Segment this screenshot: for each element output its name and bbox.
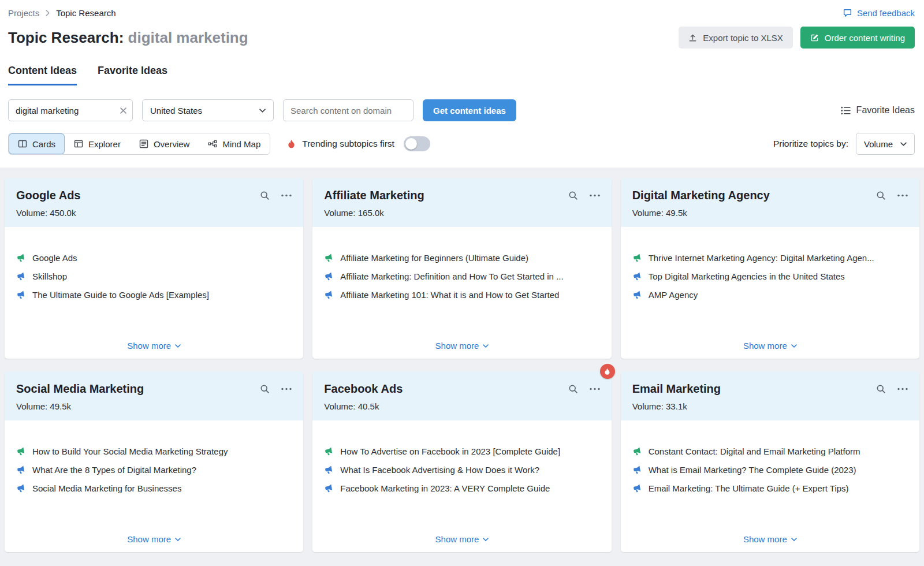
breadcrumb: Projects Topic Research <box>8 8 116 18</box>
megaphone-icon <box>16 466 25 475</box>
card-header: Google Ads Volume: 450.0k <box>5 178 303 227</box>
view-explorer[interactable]: Explorer <box>65 133 130 154</box>
idea-item[interactable]: Social Media Marketing for Businesses <box>16 483 292 493</box>
card-volume: Volume: 165.0k <box>324 208 599 218</box>
card-volume: Volume: 33.1k <box>632 401 908 411</box>
idea-item[interactable]: Top Digital Marketing Agencies in the Un… <box>632 271 908 281</box>
idea-item[interactable]: Affiliate Marketing 101: What it is and … <box>324 290 599 300</box>
search-topic-icon[interactable] <box>876 191 886 200</box>
topic-card-social-media-marketing: Social Media Marketing Volume: 49.5k How… <box>5 371 303 552</box>
more-options-icon[interactable] <box>897 194 908 197</box>
trending-toggle[interactable] <box>404 136 430 151</box>
megaphone-icon <box>632 254 642 263</box>
cards-view-icon <box>18 139 27 148</box>
chevron-down-icon <box>483 538 489 541</box>
export-topic-button[interactable]: Export topic to XLSX <box>679 27 792 49</box>
search-topic-icon[interactable] <box>876 384 886 394</box>
card-header: Email Marketing Volume: 33.1k <box>621 371 919 420</box>
edit-pencil-icon <box>810 33 819 42</box>
chevron-down-icon <box>483 344 489 348</box>
show-more-link[interactable]: Show more <box>127 534 181 544</box>
megaphone-icon <box>16 447 25 456</box>
favorite-ideas-link[interactable]: Favorite Ideas <box>841 105 915 116</box>
order-content-writing-button[interactable]: Order content writing <box>800 27 915 49</box>
overview-view-icon <box>139 139 148 148</box>
get-content-ideas-button[interactable]: Get content ideas <box>423 99 516 121</box>
tab-content-ideas[interactable]: Content Ideas <box>8 65 77 85</box>
idea-item[interactable]: Google Ads <box>16 253 292 263</box>
breadcrumb-projects[interactable]: Projects <box>8 8 39 18</box>
card-header: Digital Marketing Agency Volume: 49.5k <box>621 178 919 227</box>
upload-icon <box>688 33 697 42</box>
topic-card-google-ads: Google Ads Volume: 450.0k Google Ads <box>5 178 303 359</box>
idea-item[interactable]: The Ultimate Guide to Google Ads [Exampl… <box>16 290 292 300</box>
idea-item[interactable]: Email Marketing: The Ultimate Guide (+ E… <box>632 483 908 493</box>
mindmap-view-icon <box>208 139 217 148</box>
clear-keyword-icon[interactable] <box>120 107 126 114</box>
search-topic-icon[interactable] <box>568 191 578 200</box>
search-topic-icon[interactable] <box>568 384 578 394</box>
idea-item[interactable]: What is Email Marketing? The Complete Gu… <box>632 465 908 475</box>
send-feedback-link[interactable]: Send feedback <box>843 8 915 18</box>
topic-card-email-marketing: Email Marketing Volume: 33.1k Constant C… <box>621 371 919 552</box>
page-header: Projects Topic Research Send feedback To… <box>0 0 924 155</box>
idea-item[interactable]: What Is Facebook Advertising & How Does … <box>324 465 599 475</box>
megaphone-icon <box>324 272 333 281</box>
chevron-down-icon <box>791 344 797 348</box>
card-header: Social Media Marketing Volume: 49.5k <box>5 371 303 420</box>
idea-item[interactable]: Thrive Internet Marketing Agency: Digita… <box>632 253 908 263</box>
idea-item[interactable]: Constant Contact: Digital and Email Mark… <box>632 446 908 456</box>
prioritize-select[interactable]: Volume <box>856 133 915 155</box>
card-volume: Volume: 49.5k <box>16 401 292 411</box>
show-more-link[interactable]: Show more <box>127 341 181 351</box>
feedback-bubble-icon <box>843 8 852 18</box>
show-more-link[interactable]: Show more <box>743 341 797 351</box>
topic-cards-grid: Google Ads Volume: 450.0k Google Ads <box>0 167 924 566</box>
card-volume: Volume: 40.5k <box>324 401 599 411</box>
more-options-icon[interactable] <box>590 388 600 390</box>
domain-search-input[interactable] <box>283 99 413 121</box>
megaphone-icon <box>16 484 25 493</box>
more-options-icon[interactable] <box>281 194 292 197</box>
view-overview[interactable]: Overview <box>130 133 199 154</box>
topic-card-digital-marketing-agency: Digital Marketing Agency Volume: 49.5k T… <box>621 178 919 359</box>
card-title: Affiliate Marketing <box>324 189 424 202</box>
megaphone-icon <box>632 291 642 300</box>
show-more-link[interactable]: Show more <box>743 534 797 544</box>
keyword-input[interactable] <box>8 99 133 121</box>
chevron-down-icon <box>900 142 907 146</box>
page-title-query: digital marketing <box>128 29 248 46</box>
idea-item[interactable]: What Are the 8 Types of Digital Marketin… <box>16 465 292 475</box>
idea-item[interactable]: Skillshop <box>16 271 292 281</box>
more-options-icon[interactable] <box>897 388 908 390</box>
topic-card-affiliate-marketing: Affiliate Marketing Volume: 165.0k Affil… <box>312 178 611 359</box>
chevron-down-icon <box>791 538 797 541</box>
idea-item[interactable]: Affiliate Marketing for Beginners (Ultim… <box>324 253 599 263</box>
idea-item[interactable]: Affiliate Marketing: Definition and How … <box>324 271 599 281</box>
megaphone-icon <box>324 291 333 300</box>
breadcrumb-topic-research: Topic Research <box>56 8 116 18</box>
tab-favorite-ideas[interactable]: Favorite Ideas <box>98 65 167 85</box>
show-more-link[interactable]: Show more <box>435 534 489 544</box>
view-mindmap[interactable]: Mind Map <box>199 133 270 154</box>
card-header: Affiliate Marketing Volume: 165.0k <box>312 178 611 227</box>
chevron-down-icon <box>175 538 181 541</box>
card-volume: Volume: 49.5k <box>632 208 908 218</box>
country-select[interactable]: United States <box>142 99 274 121</box>
more-options-icon[interactable] <box>590 194 600 197</box>
flame-icon <box>286 139 296 149</box>
more-options-icon[interactable] <box>281 388 292 390</box>
megaphone-icon <box>324 447 333 456</box>
megaphone-icon <box>632 272 642 281</box>
idea-item[interactable]: Facebook Marketing in 2023: A VERY Compl… <box>324 483 599 493</box>
idea-item[interactable]: How to Build Your Social Media Marketing… <box>16 446 292 456</box>
idea-item[interactable]: AMP Agency <box>632 290 908 300</box>
card-title: Digital Marketing Agency <box>632 189 770 202</box>
view-cards[interactable]: Cards <box>9 133 65 154</box>
search-topic-icon[interactable] <box>260 384 270 394</box>
idea-item[interactable]: How To Advertise on Facebook in 2023 [Co… <box>324 446 599 456</box>
show-more-link[interactable]: Show more <box>435 341 489 351</box>
search-topic-icon[interactable] <box>260 191 270 200</box>
megaphone-icon <box>16 291 25 300</box>
card-title: Facebook Ads <box>324 382 403 396</box>
